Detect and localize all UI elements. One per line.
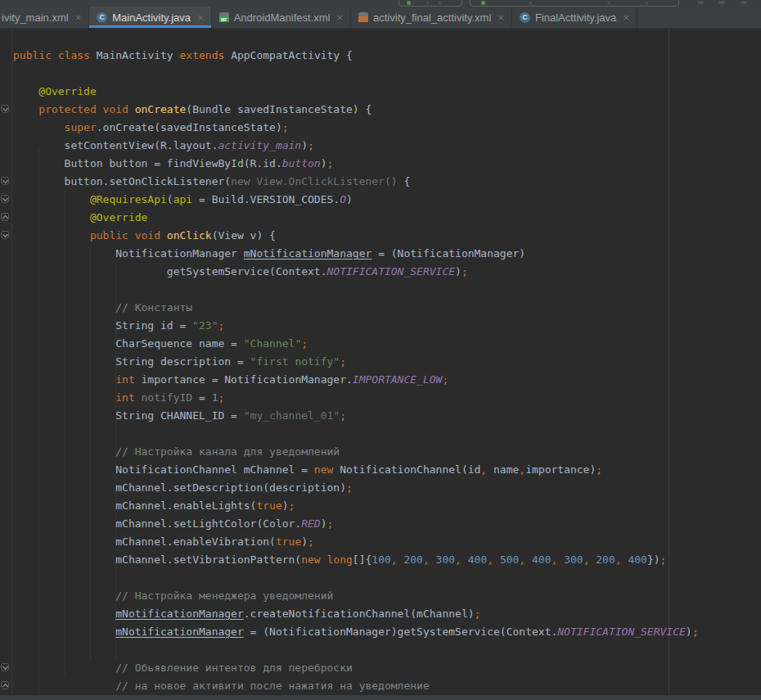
code-line: int notifyID = 1;	[13, 389, 699, 407]
fold-collapse-icon[interactable]	[1, 105, 9, 113]
code-line: mNotificationManager = (NotificationMana…	[13, 623, 699, 641]
chevron-down-icon	[2, 105, 7, 111]
fold-collapse-icon[interactable]	[1, 195, 9, 203]
editor-gutter	[0, 29, 12, 694]
code-line: // Настройка менеджера уведомлений	[13, 587, 699, 605]
code-line: Button button = findViewById(R.id.button…	[13, 155, 699, 173]
tool-window-bar: TODOProblemsTerminalLogcatBuildProfilerA…	[0, 694, 761, 700]
code-line: String id = "23";	[13, 317, 699, 335]
manifest-badge: MF	[219, 16, 229, 22]
chevron-up-icon	[2, 683, 7, 689]
code-text: public class MainActivity extends AppCom…	[0, 29, 699, 694]
code-line: // Обьявление интентов для переброски	[13, 659, 699, 677]
code-editor[interactable]: public class MainActivity extends AppCom…	[0, 29, 761, 694]
code-line: mChannel.enableVibration(true);	[13, 533, 699, 551]
code-line: @Override	[13, 209, 699, 227]
tab-label: ivity_main.xml	[2, 11, 69, 24]
code-line: mChannel.enableLights(true);	[13, 497, 699, 515]
chevron-down-icon	[2, 177, 7, 183]
code-line: NotificationChannel mChannel = new Notif…	[13, 461, 699, 479]
class-file-icon: C	[97, 12, 107, 23]
fold-expand-icon[interactable]	[1, 213, 9, 221]
fold-expand-icon[interactable]	[1, 681, 9, 689]
tab-label: activity_final_acttivity.xml	[373, 11, 491, 24]
tab-label: FinalActtivity.java	[535, 11, 616, 24]
ide-window: ivity_main.xml×CMainActivity.java×MFAndr…	[0, 0, 761, 700]
tab-label: AndroidManifest.xml	[234, 11, 331, 24]
code-line	[13, 641, 699, 659]
chevron-up-icon	[2, 215, 7, 220]
editor-tab-bar: ivity_main.xml×CMainActivity.java×MFAndr…	[0, 7, 761, 29]
code-line	[13, 65, 699, 83]
toolbar-dot	[645, 2, 648, 4]
code-line: mChannel.setLightColor(Color.RED);	[13, 515, 699, 533]
code-line: String description = "first notify";	[13, 353, 699, 371]
code-line: NotificationManager mNotificationManager…	[13, 245, 699, 263]
code-line: super.onCreate(savedInstanceState);	[13, 119, 699, 137]
toolbar-dot	[426, 2, 429, 4]
toolbar-button[interactable]	[697, 1, 704, 4]
class-file-icon: C	[520, 12, 530, 23]
code-line: mChannel.setVibrationPattern(new long[]{…	[13, 551, 699, 569]
tab-AndroidManifest.xml[interactable]: MFAndroidManifest.xml×	[212, 7, 351, 28]
tab-label: MainActivity.java	[112, 11, 191, 24]
code-line: public class MainActivity extends AppCom…	[13, 47, 699, 65]
toolbar-button[interactable]	[718, 1, 725, 4]
tab-activity_final_acttivity.xml[interactable]: activity_final_acttivity.xml×	[351, 7, 512, 28]
code-line: protected void onCreate(Bundle savedInst…	[13, 101, 699, 119]
code-line: getSystemService(Context.NOTIFICATION_SE…	[13, 263, 699, 281]
close-icon[interactable]: ×	[336, 11, 343, 24]
code-line: @Override	[13, 83, 699, 101]
code-line: button.setOnClickListener(new View.OnCli…	[13, 173, 699, 191]
code-line: // на новое активити после нажатия на ув…	[13, 677, 699, 694]
code-line: mChannel.setDescription(description);	[13, 479, 699, 497]
toolbar-dot	[439, 2, 441, 4]
chevron-down-icon	[2, 663, 7, 669]
xml-badge	[358, 16, 368, 22]
code-line: // Настройка канала для уведомлений	[13, 443, 699, 461]
xml-file-icon	[358, 12, 368, 22]
tab-ivity_main.xml[interactable]: ivity_main.xml×	[0, 7, 89, 28]
close-icon[interactable]: ×	[623, 11, 629, 24]
toolbar-dot	[607, 2, 610, 4]
code-line	[13, 281, 699, 299]
run-icon[interactable]	[407, 1, 411, 5]
code-line: @RequiresApi(api = Build.VERSION_CODES.O…	[13, 191, 699, 209]
fold-collapse-icon[interactable]	[1, 663, 9, 671]
code-line: String CHANNEL_ID = "my_channel_01";	[13, 407, 699, 425]
code-line: // Константы	[13, 299, 699, 317]
close-icon[interactable]: ×	[197, 11, 204, 24]
fold-collapse-icon[interactable]	[1, 177, 9, 185]
device-status-icon	[481, 1, 485, 5]
code-line: int importance = NotificationManager.IMP…	[13, 371, 699, 389]
close-icon[interactable]: ×	[498, 11, 504, 24]
close-icon[interactable]: ×	[75, 11, 82, 24]
code-line: setContentView(R.layout.activity_main);	[13, 137, 699, 155]
tab-MainActivity.java[interactable]: CMainActivity.java×	[89, 7, 211, 28]
toolbar-button[interactable]	[741, 1, 747, 4]
code-line	[13, 425, 699, 443]
manifest-file-icon: MF	[219, 12, 229, 22]
code-line: CharSequence name = "Channel";	[13, 335, 699, 353]
fold-collapse-icon[interactable]	[1, 231, 9, 239]
chevron-down-icon	[2, 231, 7, 237]
code-line	[13, 569, 699, 587]
code-line: mNotificationManager.createNotificationC…	[13, 605, 699, 623]
chevron-down-icon	[2, 195, 7, 201]
toolbar-fragment	[0, 0, 761, 7]
code-line: public void onClick(View v) {	[13, 227, 699, 245]
toolbar-dot	[529, 2, 532, 4]
tab-FinalActtivity.java[interactable]: CFinalActtivity.java×	[512, 7, 637, 28]
